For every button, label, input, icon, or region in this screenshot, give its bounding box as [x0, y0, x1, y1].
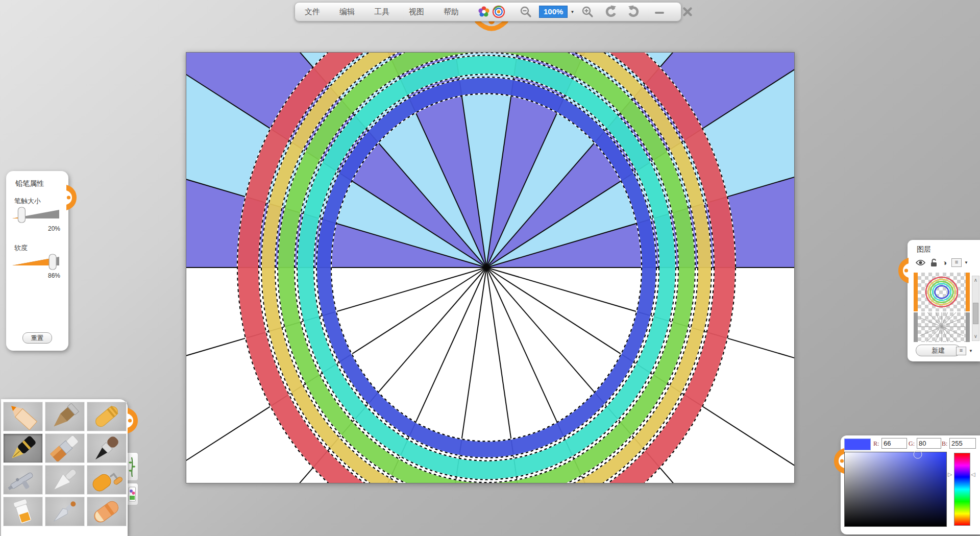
- tool-paint-bottle[interactable]: [3, 497, 43, 526]
- color-panel-clown-tab[interactable]: [834, 448, 844, 474]
- tool-airbrush[interactable]: [3, 465, 43, 495]
- tool-crayon[interactable]: [87, 402, 127, 431]
- redo-button[interactable]: [622, 3, 646, 21]
- layers-toolbar: ◑ ≡ ▼: [916, 258, 968, 267]
- paint-knife-icon: [47, 498, 83, 525]
- minimize-button[interactable]: [646, 3, 673, 21]
- chevron-down-icon: ▼: [964, 260, 968, 265]
- menu-help-label: 帮助: [444, 7, 459, 17]
- layer-item-1[interactable]: [914, 273, 970, 311]
- red-label: R:: [873, 440, 879, 448]
- tool-grid: [3, 402, 127, 526]
- layer-item-2[interactable]: [914, 312, 970, 342]
- lock-icon[interactable]: [930, 258, 938, 267]
- charcoal-pencil-icon: [47, 403, 83, 430]
- pencil-panel-title: 铅笔属性: [15, 179, 44, 188]
- paint-bottle-icon: [5, 498, 41, 525]
- drawing-canvas[interactable]: [186, 52, 795, 483]
- menu-tools[interactable]: 工具: [364, 3, 399, 21]
- blue-input[interactable]: [949, 438, 976, 449]
- opacity-contrast-icon[interactable]: ◑: [942, 258, 947, 267]
- pencil-icon: [5, 403, 41, 430]
- zoom-out-icon: [520, 6, 532, 18]
- list-icon: ≡: [951, 258, 962, 267]
- plant-icon: [129, 455, 136, 478]
- zoom-level-value[interactable]: 100%: [539, 6, 568, 18]
- main-toolbar: 文件 编辑 工具 视图 帮助 100%: [295, 2, 681, 21]
- layer-2-thumbnail: [918, 312, 966, 342]
- menu-file-label: 文件: [305, 7, 320, 17]
- tool-paint-knife[interactable]: [45, 497, 85, 526]
- tool-paint-roller[interactable]: [87, 465, 127, 495]
- green-input[interactable]: [917, 438, 941, 449]
- scrollbar-thumb[interactable]: [973, 303, 978, 324]
- layers-panel: 图层 ◑ ≡ ▼ 新建 ≡ ▼: [908, 240, 980, 361]
- softness-label: 软度: [14, 243, 28, 253]
- stamp-category-button[interactable]: [127, 483, 138, 505]
- layer-2-selection-bar: [914, 312, 918, 342]
- scroll-up-icon[interactable]: ∧: [972, 278, 979, 283]
- zoom-dropdown-arrow-icon[interactable]: ▼: [570, 10, 574, 14]
- desktop: { "app": {"name": "paint-app"}, "toolbar…: [0, 0, 980, 536]
- layer-2-selection-bar: [966, 312, 970, 342]
- zoom-level-control[interactable]: 100% ▼: [537, 3, 576, 21]
- hue-slider[interactable]: [954, 453, 970, 526]
- tool-pencil[interactable]: [3, 402, 43, 431]
- color-picker-panel: R: G: B: ▷ ◁: [841, 435, 980, 534]
- tool-eraser[interactable]: [87, 497, 127, 526]
- layers-scrollbar[interactable]: ∧ ∨: [972, 276, 979, 341]
- plant-brush-category-button[interactable]: [127, 452, 138, 481]
- minimize-icon: [654, 6, 665, 17]
- layer-2-radial-lines: [918, 312, 966, 342]
- undo-icon: [604, 5, 617, 18]
- pencil-properties-panel: 铅笔属性 笔触大小 20% 软度 86% 重置: [6, 171, 68, 351]
- saturation-value-picker[interactable]: [844, 452, 947, 527]
- chevron-down-icon: ▼: [969, 349, 973, 353]
- tool-palette-knife[interactable]: [45, 465, 85, 495]
- menu-file[interactable]: 文件: [295, 3, 330, 21]
- clown-mascot-button[interactable]: [469, 3, 514, 21]
- clown-smile-icon: [472, 19, 511, 35]
- layers-panel-clown-tab[interactable]: [898, 258, 909, 283]
- tool-palette-clown-tab[interactable]: [128, 407, 138, 434]
- hue-pointer-left-icon[interactable]: ▷: [948, 472, 952, 477]
- close-button[interactable]: [673, 3, 702, 21]
- new-layer-button[interactable]: 新建: [916, 345, 961, 356]
- red-input[interactable]: [881, 438, 907, 449]
- tool-ink-brush[interactable]: [87, 433, 127, 463]
- fountain-pen-icon: [5, 435, 41, 461]
- close-icon: [682, 6, 693, 17]
- layer-1-selection-bar: [966, 273, 970, 311]
- softness-value: 86%: [48, 272, 60, 279]
- palette-knife-icon: [47, 467, 83, 493]
- canvas-drawing[interactable]: [186, 53, 794, 483]
- zoom-in-button[interactable]: [576, 3, 599, 21]
- menu-help[interactable]: 帮助: [434, 3, 469, 21]
- zoom-out-button[interactable]: [514, 3, 537, 21]
- tool-flat-brush[interactable]: [45, 433, 85, 463]
- brush-size-label: 笔触大小: [14, 197, 41, 206]
- undo-button[interactable]: [599, 3, 622, 21]
- stamp-icon: [129, 486, 136, 502]
- color-cursor[interactable]: [914, 450, 922, 459]
- crayon-icon: [89, 403, 125, 430]
- eraser-icon: [89, 498, 125, 525]
- tool-charcoal-pencil[interactable]: [45, 402, 85, 431]
- menu-tools-label: 工具: [374, 7, 389, 17]
- menu-edit[interactable]: 编辑: [330, 3, 364, 21]
- softness-slider[interactable]: [11, 253, 60, 271]
- layer-1-thumbnail: [918, 273, 966, 311]
- scroll-down-icon[interactable]: ∨: [972, 334, 979, 339]
- pencil-panel-clown-tab[interactable]: [66, 185, 77, 210]
- airbrush-icon: [5, 467, 41, 493]
- menu-view[interactable]: 视图: [399, 3, 434, 21]
- hue-pointer-right-icon[interactable]: ◁: [971, 472, 975, 477]
- tool-fountain-pen[interactable]: [3, 433, 43, 463]
- layer-menu-button[interactable]: ≡ ▼: [956, 347, 973, 355]
- layer-options-button[interactable]: ≡ ▼: [951, 258, 968, 267]
- blue-label: B:: [942, 440, 947, 448]
- visibility-eye-icon[interactable]: [916, 259, 925, 266]
- reset-button[interactable]: 重置: [22, 332, 52, 344]
- tool-palette-panel: [1, 399, 128, 536]
- brush-size-slider[interactable]: [11, 206, 60, 224]
